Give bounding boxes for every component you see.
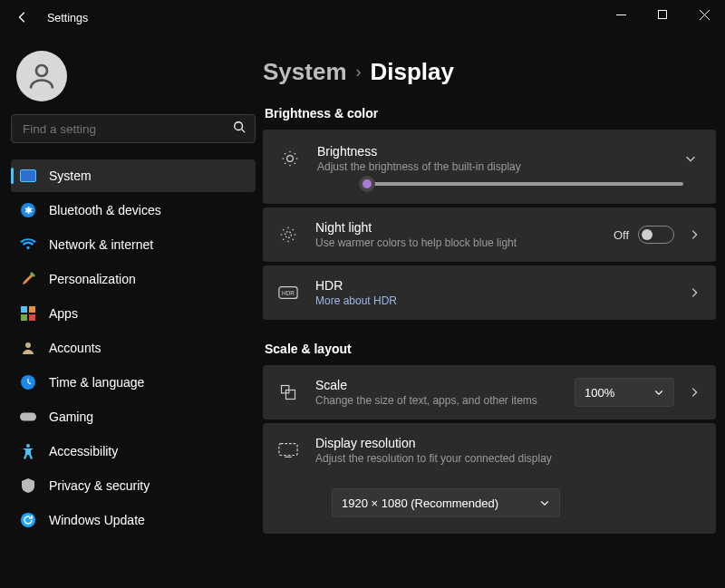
- shield-icon: [20, 477, 36, 494]
- scale-subtitle: Change the size of text, apps, and other…: [315, 394, 560, 407]
- svg-rect-33: [279, 444, 297, 456]
- svg-point-20: [285, 232, 292, 238]
- chevron-down-icon: [684, 152, 697, 165]
- breadcrumb: System › Display: [263, 58, 716, 86]
- sidebar-item-gaming[interactable]: Gaming: [11, 400, 256, 433]
- expand-brightness-button[interactable]: [680, 152, 701, 165]
- person-icon: [25, 60, 58, 92]
- open-night-light-button[interactable]: [683, 228, 705, 241]
- hdr-more-link[interactable]: More about HDR: [315, 294, 669, 307]
- window-controls: [600, 0, 725, 29]
- clock-icon: [20, 374, 36, 390]
- resolution-subtitle: Adjust the resolution to fit your connec…: [315, 452, 705, 465]
- card-night-light[interactable]: Night light Use warmer colors to help bl…: [263, 207, 716, 262]
- sidebar-item-label: Personalization: [49, 272, 136, 286]
- card-scale[interactable]: Scale Change the size of text, apps, and…: [263, 365, 716, 419]
- svg-line-28: [293, 229, 294, 230]
- sidebar-item-time-language[interactable]: Time & language: [11, 366, 256, 399]
- minimize-button[interactable]: [600, 0, 642, 29]
- night-light-subtitle: Use warmer colors to help block blue lig…: [315, 236, 599, 249]
- sidebar-item-system[interactable]: System: [11, 159, 256, 192]
- night-light-state: Off: [614, 228, 629, 242]
- sidebar-item-label: Bluetooth & devices: [49, 203, 161, 217]
- chevron-down-icon: [539, 497, 550, 508]
- section-heading-scale: Scale & layout: [265, 342, 716, 356]
- search-icon: [233, 120, 246, 137]
- svg-line-26: [293, 239, 294, 240]
- chevron-right-icon: [688, 386, 701, 399]
- svg-rect-1: [659, 11, 667, 19]
- chevron-right-icon: [688, 228, 701, 241]
- window-title: Settings: [47, 12, 88, 24]
- svg-line-16: [285, 153, 285, 154]
- sidebar-item-label: Windows Update: [49, 513, 145, 527]
- night-light-icon: [276, 226, 301, 244]
- sidebar-item-label: Apps: [49, 306, 78, 321]
- breadcrumb-current: Display: [371, 58, 455, 86]
- maximize-button[interactable]: [642, 0, 683, 29]
- chevron-right-icon: ›: [356, 63, 362, 82]
- sidebar-item-label: Accounts: [49, 341, 102, 355]
- night-light-toggle[interactable]: [638, 226, 674, 244]
- chevron-down-icon: [653, 387, 664, 398]
- hdr-title: HDR: [315, 278, 669, 293]
- card-hdr[interactable]: HDR HDR More about HDR: [263, 265, 716, 320]
- svg-line-18: [285, 163, 285, 164]
- svg-point-4: [36, 65, 47, 76]
- svg-rect-32: [286, 390, 295, 400]
- nav: System ✱ Bluetooth & devices Network & i…: [11, 159, 256, 536]
- accessibility-icon: [20, 443, 36, 459]
- section-heading-brightness: Brightness & color: [265, 106, 716, 120]
- avatar[interactable]: [16, 51, 67, 101]
- search-input-wrapper[interactable]: [11, 114, 256, 143]
- apps-icon: [20, 305, 36, 322]
- sidebar-item-label: Time & language: [49, 375, 144, 390]
- sidebar-item-apps[interactable]: Apps: [11, 297, 256, 330]
- brightness-title: Brightness: [317, 144, 665, 159]
- system-icon: [20, 168, 36, 184]
- resolution-value: 1920 × 1080 (Recommended): [342, 496, 498, 510]
- sidebar-item-personalization[interactable]: Personalization: [11, 263, 256, 295]
- sidebar-item-label: Privacy & security: [49, 478, 150, 493]
- sidebar-item-network[interactable]: Network & internet: [11, 228, 256, 261]
- sidebar-item-bluetooth[interactable]: ✱ Bluetooth & devices: [11, 194, 256, 227]
- sidebar-item-accessibility[interactable]: Accessibility: [11, 435, 256, 468]
- bluetooth-icon: ✱: [20, 202, 36, 218]
- gaming-icon: [20, 409, 36, 425]
- slider-thumb[interactable]: [359, 176, 375, 192]
- close-button[interactable]: [683, 0, 725, 29]
- resolution-title: Display resolution: [315, 436, 705, 450]
- sidebar-item-label: System: [49, 169, 92, 183]
- svg-rect-31: [282, 386, 289, 393]
- card-brightness[interactable]: Brightness Adjust the brightness of the …: [263, 130, 716, 204]
- breadcrumb-parent[interactable]: System: [263, 58, 347, 86]
- brightness-subtitle: Adjust the brightness of the built-in di…: [317, 160, 665, 173]
- sidebar: System ✱ Bluetooth & devices Network & i…: [0, 36, 263, 588]
- scale-icon: [276, 383, 301, 401]
- svg-text:HDR: HDR: [282, 290, 295, 296]
- brush-icon: [20, 271, 36, 287]
- search-input[interactable]: [21, 121, 233, 137]
- open-hdr-button[interactable]: [683, 286, 705, 299]
- resolution-dropdown[interactable]: 1920 × 1080 (Recommended): [332, 488, 560, 517]
- open-scale-button[interactable]: [683, 386, 705, 399]
- sidebar-item-accounts[interactable]: Accounts: [11, 332, 256, 364]
- svg-line-25: [283, 229, 284, 230]
- night-light-title: Night light: [315, 220, 599, 235]
- sidebar-item-windows-update[interactable]: Windows Update: [11, 504, 256, 536]
- brightness-slider[interactable]: [361, 182, 683, 186]
- brightness-icon: [277, 149, 303, 168]
- scale-title: Scale: [315, 378, 560, 392]
- svg-point-11: [287, 156, 294, 162]
- scale-dropdown[interactable]: 100%: [575, 378, 674, 407]
- main-content: System › Display Brightness & color Brig…: [263, 36, 725, 588]
- svg-line-17: [295, 163, 295, 164]
- update-icon: [20, 512, 36, 528]
- sidebar-item-privacy[interactable]: Privacy & security: [11, 469, 256, 502]
- hdr-icon: HDR: [276, 285, 301, 300]
- chevron-right-icon: [688, 286, 701, 299]
- back-button[interactable]: [11, 10, 34, 27]
- resolution-icon: [276, 442, 301, 458]
- svg-rect-9: [20, 413, 36, 421]
- card-resolution[interactable]: Display resolution Adjust the resolution…: [263, 423, 716, 534]
